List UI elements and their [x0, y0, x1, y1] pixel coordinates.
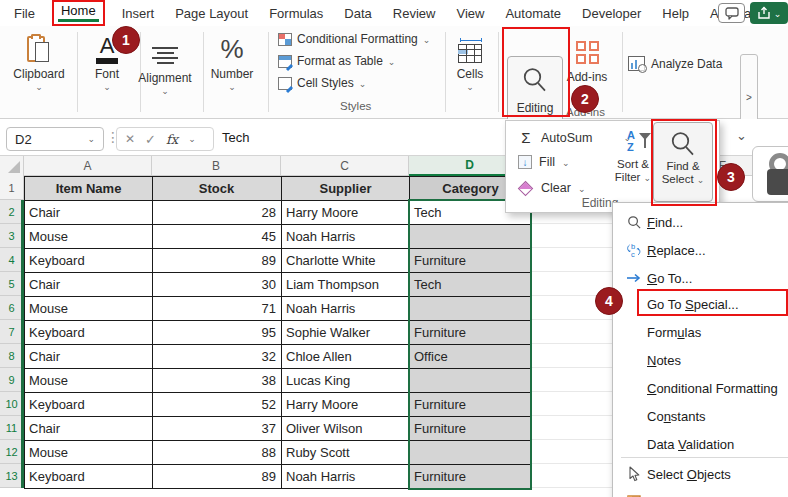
cell-category[interactable] — [410, 369, 532, 393]
insert-function-icon[interactable]: fx — [166, 132, 178, 147]
cell-item-name[interactable]: Chair — [25, 345, 153, 369]
cell-supplier[interactable]: Harry Moore — [282, 393, 410, 417]
cell-item-name[interactable]: Mouse — [25, 225, 153, 249]
menu-item-data-validation[interactable]: Data Validation — [613, 431, 788, 457]
menu-item-selection-pane[interactable]: Selection Pane... — [613, 489, 788, 497]
tab-home[interactable]: Home — [54, 2, 103, 24]
cells-group-button[interactable]: Cells ⌄ — [440, 30, 500, 92]
col-header-c[interactable]: C — [281, 156, 409, 176]
tab-help[interactable]: Help — [660, 4, 691, 23]
arrow-right-icon — [621, 272, 647, 284]
cell-category[interactable]: Furniture — [410, 321, 532, 345]
tab-formulas[interactable]: Formulas — [267, 4, 325, 23]
format-as-table-button[interactable]: Format as Table ⌄ — [278, 54, 395, 68]
clear-button[interactable]: Clear ⌄ — [518, 181, 585, 195]
cell-category[interactable]: Furniture — [410, 417, 532, 441]
cell-stock[interactable]: 88 — [153, 441, 282, 465]
cell-category[interactable]: Tech — [410, 273, 532, 297]
expand-formula-bar-icon[interactable]: ⌄ — [736, 128, 747, 143]
cell-category[interactable]: Office — [410, 345, 532, 369]
cell-category[interactable] — [410, 441, 532, 465]
cell-category[interactable] — [410, 225, 532, 249]
cell-item-name[interactable]: Keyboard — [25, 393, 153, 417]
cell-stock[interactable]: 30 — [153, 273, 282, 297]
alignment-group-button[interactable]: Alignment ⌄ — [134, 30, 196, 96]
header-cell-supplier[interactable]: Supplier — [282, 177, 410, 201]
cell-stock[interactable]: 28 — [153, 201, 282, 225]
menu-item-find[interactable]: Find... — [613, 209, 788, 235]
cell-category[interactable]: Furniture — [410, 249, 532, 273]
cell-category[interactable] — [410, 297, 532, 321]
analyze-data-button[interactable]: Analyze Data — [628, 56, 722, 71]
cell-stock[interactable]: 45 — [153, 225, 282, 249]
cell-stock[interactable]: 52 — [153, 393, 282, 417]
cell-item-name[interactable]: Mouse — [25, 297, 153, 321]
cell-category[interactable]: Furniture — [410, 465, 532, 489]
cell-item-name[interactable]: Keyboard — [25, 249, 153, 273]
menu-item-constants[interactable]: Constants — [613, 403, 788, 429]
confirm-icon[interactable]: ✓ — [145, 132, 156, 147]
menu-item-notes[interactable]: Notes — [613, 347, 788, 373]
menu-item-replace[interactable]: bc Replace... — [613, 237, 788, 263]
cell-supplier[interactable]: Liam Thompson — [282, 273, 410, 297]
tab-review[interactable]: Review — [391, 4, 438, 23]
cell-supplier[interactable]: Lucas King — [282, 369, 410, 393]
cell-item-name[interactable]: Chair — [25, 201, 153, 225]
cancel-icon[interactable]: ✕ — [125, 132, 135, 146]
cell-stock[interactable]: 95 — [153, 321, 282, 345]
cell-supplier[interactable]: Ruby Scott — [282, 441, 410, 465]
menu-item-select-objects[interactable]: Select Objects — [613, 461, 788, 487]
cell-item-name[interactable]: Mouse — [25, 369, 153, 393]
cell-stock[interactable]: 37 — [153, 417, 282, 441]
fill-button[interactable]: ↓ Fill ⌄ — [518, 155, 570, 169]
row-header-1[interactable]: 1 — [0, 176, 24, 200]
tab-data[interactable]: Data — [342, 4, 373, 23]
autosum-button[interactable]: Σ AutoSum ⌄ — [518, 129, 631, 146]
cell-item-name[interactable]: Keyboard — [25, 465, 153, 489]
conditional-formatting-button[interactable]: Conditional Formatting ⌄ — [278, 32, 430, 46]
cell-supplier[interactable]: Chloe Allen — [282, 345, 410, 369]
addins-button[interactable]: Add-ins — [560, 30, 614, 84]
tab-view[interactable]: View — [454, 4, 486, 23]
cell-styles-button[interactable]: Cell Styles ⌄ — [278, 76, 366, 90]
cell-stock[interactable]: 89 — [153, 249, 282, 273]
menu-item-formulas[interactable]: Formulas — [613, 319, 788, 345]
cell-supplier[interactable]: Noah Harris — [282, 465, 410, 489]
cell-category[interactable]: Furniture — [410, 393, 532, 417]
cell-supplier[interactable]: Noah Harris — [282, 225, 410, 249]
menu-item-go-to-special[interactable]: Go To Special... — [613, 291, 788, 317]
header-cell-stock[interactable]: Stock — [153, 177, 282, 201]
share-button[interactable]: ⌄ — [750, 2, 788, 24]
tab-automate[interactable]: Automate — [503, 4, 563, 23]
find-select-button[interactable]: Find & Select ⌄ — [653, 122, 713, 202]
cell-stock[interactable]: 89 — [153, 465, 282, 489]
select-all-corner[interactable] — [0, 156, 24, 176]
col-header-a[interactable]: A — [24, 156, 152, 176]
col-header-b[interactable]: B — [152, 156, 281, 176]
number-group-button[interactable]: % Number ⌄ — [201, 30, 263, 92]
cell-item-name[interactable]: Mouse — [25, 441, 153, 465]
cell-stock[interactable]: 38 — [153, 369, 282, 393]
cell-supplier[interactable]: Harry Moore — [282, 201, 410, 225]
tab-file[interactable]: File — [12, 4, 37, 23]
cell-stock[interactable]: 71 — [153, 297, 282, 321]
cell-supplier[interactable]: Oliver Wilson — [282, 417, 410, 441]
formula-bar-value[interactable]: Tech — [222, 130, 249, 145]
menu-item-go-to[interactable]: Go To... — [613, 265, 788, 291]
tab-page-layout[interactable]: Page Layout — [173, 4, 250, 23]
name-box[interactable]: D2 ⌄ — [6, 127, 104, 151]
cell-item-name[interactable]: Chair — [25, 273, 153, 297]
cell-supplier[interactable]: Charlotte White — [282, 249, 410, 273]
sort-filter-button[interactable]: Sort & Filter ⌄ — [608, 158, 658, 184]
cell-item-name[interactable]: Chair — [25, 417, 153, 441]
cell-supplier[interactable]: Noah Harris — [282, 297, 410, 321]
comments-button[interactable] — [718, 3, 745, 23]
cell-stock[interactable]: 32 — [153, 345, 282, 369]
menu-item-conditional-formatting[interactable]: Conditional Formatting — [613, 375, 788, 401]
cell-supplier[interactable]: Sophie Walker — [282, 321, 410, 345]
clipboard-group-button[interactable]: Clipboard ⌄ — [8, 30, 70, 92]
tab-developer[interactable]: Developer — [580, 4, 643, 23]
cell-item-name[interactable]: Keyboard — [25, 321, 153, 345]
tab-insert[interactable]: Insert — [120, 4, 157, 23]
header-cell-item-name[interactable]: Item Name — [25, 177, 153, 201]
